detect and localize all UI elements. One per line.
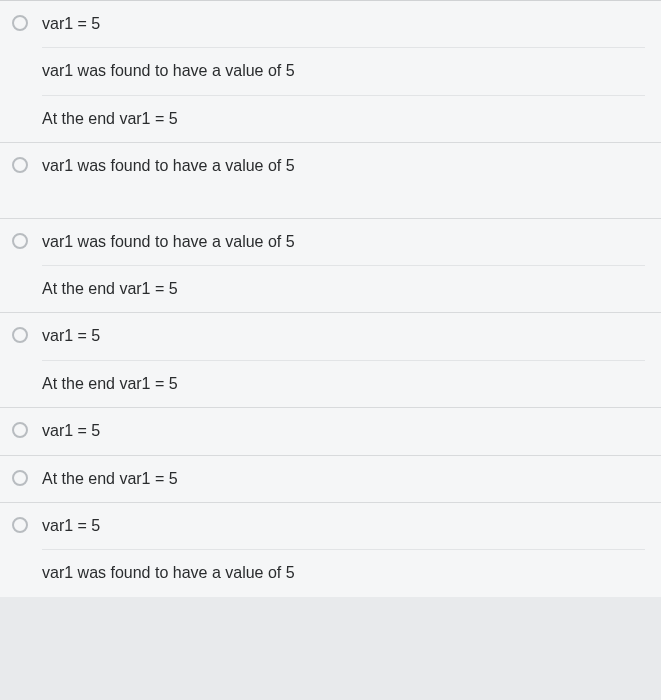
option-content: var1 was found to have a value of 5 (0, 143, 661, 189)
radio-icon[interactable] (12, 327, 28, 343)
option-line: var1 was found to have a value of 5 (42, 48, 645, 95)
option-content: var1 = 5 var1 was found to have a value … (0, 503, 661, 597)
quiz-option[interactable]: var1 = 5 var1 was found to have a value … (0, 1, 661, 143)
radio-icon[interactable] (12, 422, 28, 438)
option-content: var1 = 5 At the end var1 = 5 (0, 313, 661, 407)
quiz-option[interactable]: var1 = 5 (0, 408, 661, 455)
quiz-options-list: var1 = 5 var1 was found to have a value … (0, 0, 661, 597)
radio-icon[interactable] (12, 157, 28, 173)
radio-icon[interactable] (12, 517, 28, 533)
radio-icon[interactable] (12, 233, 28, 249)
option-content: var1 was found to have a value of 5 At t… (0, 219, 661, 313)
option-line: At the end var1 = 5 (42, 266, 645, 312)
radio-icon[interactable] (12, 15, 28, 31)
option-line: At the end var1 = 5 (42, 361, 645, 407)
option-line: var1 = 5 (42, 408, 645, 454)
option-content: var1 = 5 (0, 408, 661, 454)
option-content: var1 = 5 var1 was found to have a value … (0, 1, 661, 142)
option-line: var1 = 5 (42, 503, 645, 550)
option-line: var1 = 5 (42, 313, 645, 360)
quiz-option[interactable]: var1 = 5 var1 was found to have a value … (0, 503, 661, 597)
option-line: var1 was found to have a value of 5 (42, 550, 645, 596)
quiz-option[interactable]: var1 = 5 At the end var1 = 5 (0, 313, 661, 408)
option-content: At the end var1 = 5 (0, 456, 661, 502)
quiz-option[interactable]: var1 was found to have a value of 5 At t… (0, 219, 661, 314)
radio-icon[interactable] (12, 470, 28, 486)
option-line: var1 = 5 (42, 1, 645, 48)
option-line: var1 was found to have a value of 5 (42, 143, 645, 189)
option-line: At the end var1 = 5 (42, 456, 645, 502)
quiz-option[interactable]: var1 was found to have a value of 5 (0, 143, 661, 218)
quiz-option[interactable]: At the end var1 = 5 (0, 456, 661, 503)
option-line: var1 was found to have a value of 5 (42, 219, 645, 266)
option-line: At the end var1 = 5 (42, 96, 645, 142)
